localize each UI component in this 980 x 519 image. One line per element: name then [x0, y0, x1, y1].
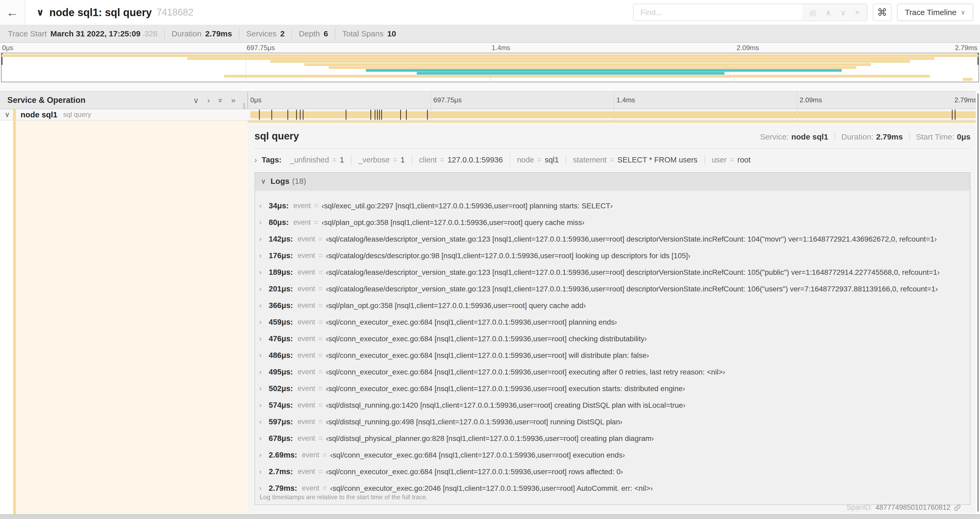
trace-stat: Duration2.79ms — [164, 28, 239, 39]
detail-operation-title: sql query — [255, 131, 299, 142]
chevron-right-icon: › — [259, 385, 269, 393]
equals-sign: = — [323, 484, 327, 493]
log-row[interactable]: ›495μs:event=‹sql/conn_executor_exec.go:… — [259, 364, 970, 380]
log-field-key: event — [298, 302, 315, 310]
log-marker — [303, 110, 304, 120]
logs-header[interactable]: ∨ Logs (18) — [255, 173, 970, 190]
log-row[interactable]: ›459μs:event=‹sql/conn_executor_exec.go:… — [259, 314, 970, 331]
minimap-axis-label: 697.75μs — [247, 44, 275, 52]
log-field-key: event — [293, 202, 311, 210]
find-prev-icon[interactable]: ∧ — [826, 8, 831, 17]
find-input[interactable] — [633, 4, 802, 21]
span-row-timeline-cell[interactable] — [248, 109, 980, 120]
log-marker — [427, 110, 428, 120]
trace-collapse-chevron-icon[interactable]: ∨ — [37, 7, 44, 18]
back-button[interactable]: ← — [0, 0, 25, 25]
chevron-right-icon: › — [259, 252, 269, 260]
timeline-tick-label: 1.4ms — [616, 96, 635, 104]
log-row[interactable]: ›176μs:event=‹sql/catalog/descs/descript… — [259, 248, 970, 264]
minimap-canvas[interactable] — [1, 53, 979, 82]
trace-stats-bar: Trace StartMarch 31 2022, 17:25:09.326Du… — [0, 25, 980, 43]
equals-sign: = — [318, 417, 323, 426]
service-operation-header: Service & Operation ∨ › » » ∥ — [0, 92, 248, 109]
collapse-one-icon[interactable]: ∨ — [193, 96, 199, 105]
timeline-tick-label: 2.09ms — [800, 96, 822, 104]
vertical-scrollbar[interactable] — [976, 91, 980, 514]
find-next-icon[interactable]: ∨ — [840, 8, 846, 17]
stat-value: 2 — [280, 29, 285, 38]
log-field-key: event — [298, 418, 315, 426]
log-row[interactable]: ›574μs:event=‹sql/distsql_running.go:142… — [259, 397, 970, 414]
chevron-down-icon: ∨ — [261, 177, 266, 185]
log-row[interactable]: ›2.69ms:event=‹sql/conn_executor_exec.go… — [259, 447, 970, 463]
view-selector-button[interactable]: Trace Timeline ∨ — [897, 4, 973, 21]
tag-key: statement — [573, 156, 606, 164]
log-field-key: event — [298, 335, 315, 343]
log-row[interactable]: ›476μs:event=‹sql/conn_executor_exec.go:… — [259, 331, 970, 347]
deep-link-icon[interactable] — [954, 504, 961, 511]
detail-title-bar: sql query Service:node sql1Duration:2.79… — [255, 123, 970, 142]
equals-sign: = — [318, 351, 323, 360]
chevron-down-icon: ∨ — [961, 9, 965, 16]
span-id-row: SpanID: 4877749850101760812 — [846, 503, 961, 512]
equals-sign: = — [318, 384, 323, 393]
equals-sign: = — [440, 156, 444, 164]
chevron-right-icon: › — [259, 451, 269, 459]
logs-title: Logs — [270, 177, 290, 186]
log-field-value: ‹sql/distsql_running.go:498 [nsql1,clien… — [326, 418, 622, 426]
detail-info-label: Start Time: — [916, 133, 954, 141]
detail-span-minibar — [248, 121, 976, 123]
chevron-right-icon: › — [255, 156, 257, 164]
log-marker — [952, 110, 953, 120]
log-row[interactable]: ›502μs:event=‹sql/conn_executor_exec.go:… — [259, 380, 970, 397]
span-detail-area: sql query Service:node sql1Duration:2.79… — [0, 121, 980, 514]
expand-all-icon[interactable]: » — [231, 96, 235, 105]
span-collapse-chevron-icon[interactable]: ∨ — [5, 110, 13, 119]
log-row[interactable]: ›2.7ms:event=‹sql/conn_executor_exec.go:… — [259, 463, 970, 480]
span-row[interactable]: ∨ node sql1 sql query — [0, 109, 980, 121]
logs-footnote: Log timestamps are relative to the start… — [260, 493, 428, 501]
log-row[interactable]: ›80μs:event=‹sql/plan_opt.go:358 [nsql1,… — [259, 214, 970, 231]
tag-key: client — [419, 156, 437, 164]
expand-one-icon[interactable]: › — [207, 96, 210, 105]
log-marker — [346, 110, 347, 120]
span-row-name-cell[interactable]: ∨ node sql1 sql query — [0, 109, 248, 120]
tag-key: _unfinished — [290, 156, 329, 164]
log-row[interactable]: ›597μs:event=‹sql/distsql_running.go:498… — [259, 414, 970, 430]
tag-item: client=127.0.0.1:59936 — [412, 155, 509, 165]
log-field-key: event — [298, 385, 315, 393]
log-timestamp: 502μs: — [269, 384, 293, 393]
log-row[interactable]: ›142μs:event=‹sql/catalog/lease/descript… — [259, 231, 970, 248]
log-row[interactable]: ›678μs:event=‹sql/distsql_physical_plann… — [259, 430, 970, 447]
log-row[interactable]: ›201μs:event=‹sql/catalog/lease/descript… — [259, 281, 970, 297]
chevron-right-icon: › — [259, 434, 269, 442]
keyboard-shortcuts-button[interactable]: ⌘ — [873, 4, 892, 21]
log-marker — [375, 110, 375, 120]
locate-target-icon[interactable]: ◎ — [810, 8, 816, 17]
log-field-value: ‹sql/conn_executor_exec.go:684 [nsql1,cl… — [326, 351, 649, 360]
log-field-key: event — [302, 451, 319, 459]
log-marker — [271, 110, 272, 120]
log-row[interactable]: ›189μs:event=‹sql/catalog/lease/descript… — [259, 264, 970, 281]
span-duration-bar[interactable] — [250, 111, 978, 118]
log-field-key: event — [298, 401, 315, 409]
chevron-right-icon: › — [259, 401, 269, 409]
collapse-all-icon[interactable]: » — [216, 98, 225, 102]
service-operation-title: Service & Operation — [7, 96, 85, 105]
log-field-key: event — [298, 285, 315, 293]
header-actions: ◎ ∧ ∨ × ⌘ Trace Timeline ∨ — [633, 4, 980, 21]
log-marker — [296, 110, 297, 120]
log-row[interactable]: ›34μs:event=‹sql/exec_util.go:2297 [nsql… — [259, 198, 970, 214]
tag-item: _unfinished=1 — [283, 155, 351, 165]
log-row[interactable]: ›366μs:event=‹sql/plan_opt.go:358 [nsql1… — [259, 297, 970, 314]
detail-left-gutter — [0, 121, 13, 514]
find-clear-icon[interactable]: × — [855, 8, 860, 17]
log-row[interactable]: ›486μs:event=‹sql/conn_executor_exec.go:… — [259, 347, 970, 364]
equals-sign: = — [537, 156, 542, 164]
scrollbar-thumb[interactable] — [977, 93, 979, 512]
logs-count: (18) — [292, 177, 306, 186]
span-operation-name: sql query — [63, 110, 91, 119]
stat-value: March 31 2022, 17:25:09 — [50, 29, 140, 38]
span-id-value: 4877749850101760812 — [875, 503, 950, 512]
tags-row[interactable]: › Tags: _unfinished=1_verbose=1client=12… — [255, 155, 970, 165]
